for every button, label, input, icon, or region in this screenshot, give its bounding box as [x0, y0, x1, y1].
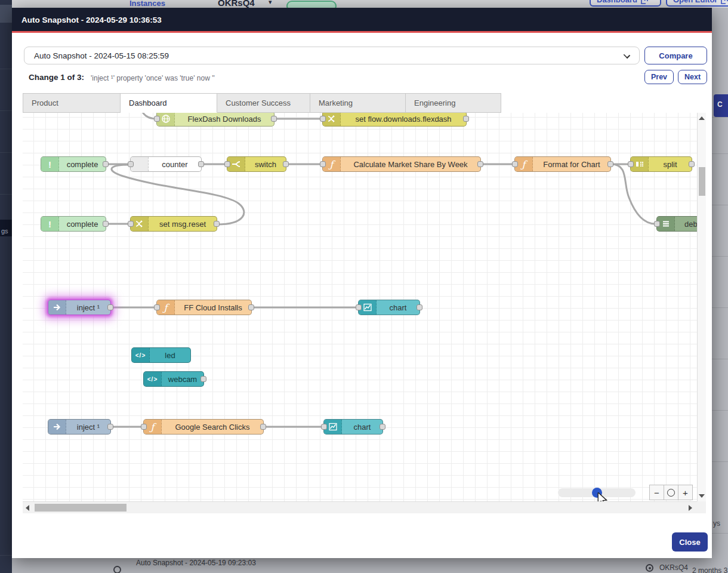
port-output[interactable] [103, 221, 109, 227]
node-google-search-clicks[interactable]: ƒ Google Search Clicks [143, 419, 264, 435]
tab-customer-success[interactable]: Customer Success [217, 93, 310, 113]
dashboard-button-label: Dashboard [597, 0, 637, 4]
change-counter: Change 1 of 3: [29, 73, 84, 82]
port-input[interactable] [154, 116, 160, 122]
port-input[interactable] [320, 161, 326, 167]
node-inject-highlighted[interactable]: inject ¹ [48, 300, 111, 315]
port-input[interactable] [128, 161, 134, 167]
node-label: FF Cloud Installs [175, 300, 251, 315]
port-output[interactable] [477, 161, 483, 167]
port-input[interactable] [321, 424, 327, 430]
node-format-for-chart[interactable]: ƒ Format for Chart [514, 156, 611, 172]
zoom-out-button[interactable]: − [650, 485, 664, 500]
background-snapshot-list: Auto Snapshot - 2024-05-19 09:23:03 OKRs… [12, 558, 728, 573]
port-output[interactable] [689, 161, 695, 167]
node-label: webcam [162, 372, 203, 386]
port-output[interactable] [214, 221, 220, 227]
tab-marketing[interactable]: Marketing [310, 93, 406, 113]
port-output[interactable] [107, 304, 113, 310]
port-input[interactable] [654, 221, 660, 227]
port-output[interactable] [380, 424, 385, 430]
status-badge [286, 1, 337, 8]
close-button[interactable]: Close [672, 532, 708, 552]
snapshot-select[interactable]: Auto Snapshot - 2024-05-15 08:25:59 [24, 47, 640, 64]
port-output[interactable] [260, 424, 266, 430]
scroll-right-icon[interactable] [689, 505, 692, 511]
zoom-in-button[interactable]: + [678, 485, 692, 500]
port-input[interactable] [128, 221, 134, 227]
port-output[interactable] [107, 424, 113, 430]
port-input[interactable] [512, 161, 518, 167]
vertical-scrollbar-thumb[interactable] [699, 167, 705, 196]
port-output[interactable] [607, 161, 613, 167]
open-editor-button[interactable]: Open Editor [666, 0, 728, 7]
target-icon [646, 564, 653, 572]
port-input[interactable] [356, 304, 362, 310]
node-complete-2[interactable]: ! complete [41, 216, 106, 232]
vertical-scrollbar[interactable] [697, 113, 706, 501]
node-led[interactable]: </> led [131, 347, 191, 363]
node-chart-1[interactable]: chart [358, 300, 420, 315]
chevron-down-icon: ▾ [269, 0, 272, 6]
background-table-edge: C ys [712, 8, 728, 558]
node-complete-1[interactable]: ! complete [41, 156, 106, 172]
background-instance-name: OKRsQ4 [659, 563, 688, 572]
node-ff-cloud-installs[interactable]: ƒ FF Cloud Installs [156, 300, 252, 315]
port-input[interactable] [154, 304, 160, 310]
nav-sidebar: gs [0, 0, 12, 573]
node-label: FlexDash Downloads [175, 113, 274, 126]
scroll-down-icon[interactable] [699, 494, 705, 498]
port-input[interactable] [320, 116, 326, 122]
node-split[interactable]: split [630, 156, 692, 172]
port-input[interactable] [141, 424, 147, 430]
background-age-text: 2 months 3 weeks 4 da [692, 566, 728, 573]
sidebar-item[interactable] [0, 5, 12, 23]
node-label: counter [149, 157, 201, 171]
port-output[interactable] [283, 161, 289, 167]
next-button[interactable]: Next [678, 70, 707, 84]
exclamation-icon: ! [41, 217, 59, 231]
background-snapshot-name: Auto Snapshot - 2024-05-19 09:23:03 [136, 559, 256, 567]
tab-dashboard[interactable]: Dashboard [121, 93, 217, 113]
scroll-left-icon[interactable] [26, 505, 29, 511]
port-output[interactable] [463, 116, 469, 122]
node-counter[interactable]: counter [130, 156, 202, 172]
node-webcam[interactable]: </> webcam [143, 371, 204, 387]
port-output[interactable] [248, 304, 254, 310]
node-chart-2[interactable]: chart [323, 419, 383, 435]
port-output[interactable] [103, 161, 109, 167]
scroll-up-icon[interactable] [699, 116, 705, 120]
node-switch[interactable]: switch [227, 156, 286, 172]
node-label: chart [377, 300, 419, 315]
node-label: debug [675, 217, 697, 231]
port-output[interactable] [271, 116, 277, 122]
node-calculate-market-share[interactable]: ƒ Calculate Market Share By Week [322, 156, 481, 172]
compare-button[interactable]: Compare [644, 47, 707, 64]
node-set-msg-reset[interactable]: set msg.reset [130, 216, 217, 232]
port-output[interactable] [200, 376, 206, 382]
port-output[interactable] [417, 304, 422, 310]
port-output[interactable] [198, 161, 204, 167]
node-set-flow-downloads[interactable]: set flow.downloads.flexdash [322, 113, 467, 127]
node-inject-2[interactable]: inject ¹ [48, 419, 111, 435]
flow-canvas[interactable]: FlexDash Downloads set flow.downloads.fl… [23, 113, 697, 501]
node-label: Calculate Market Share By Week [341, 157, 480, 171]
sidebar-item-label: gs [1, 227, 8, 235]
instances-breadcrumb[interactable]: Instances [129, 0, 165, 8]
tab-product[interactable]: Product [23, 93, 121, 113]
page-header: Instances OKRsQ4 ▾ Dashboard Open Editor [12, 0, 728, 8]
snapshot-select-value: Auto Snapshot - 2024-05-15 08:25:59 [34, 51, 169, 60]
port-input[interactable] [224, 161, 230, 167]
zoom-reset-button[interactable] [664, 485, 678, 500]
dashboard-button[interactable]: Dashboard [590, 0, 661, 7]
background-compare-button: C [714, 94, 728, 117]
prev-button[interactable]: Prev [644, 70, 674, 84]
horizontal-scrollbar-thumb[interactable] [35, 504, 127, 512]
horizontal-scrollbar[interactable] [23, 501, 697, 513]
exclamation-icon: ! [41, 157, 59, 171]
tab-engineering[interactable]: Engineering [406, 93, 501, 113]
node-debug[interactable]: debug [656, 216, 697, 232]
node-flexdash-downloads[interactable]: FlexDash Downloads [156, 113, 274, 127]
port-input[interactable] [628, 161, 634, 167]
node-label: Format for Chart [533, 157, 610, 171]
